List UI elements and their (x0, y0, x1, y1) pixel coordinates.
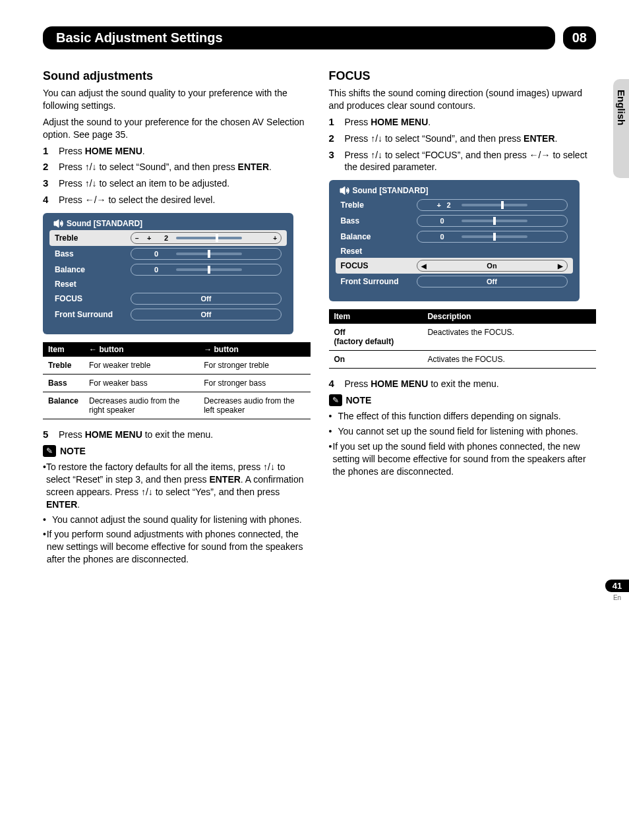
intro-text: You can adjust the sound quality to your… (43, 87, 311, 112)
section-heading: Sound adjustments (43, 69, 311, 83)
note-item: •If you set up the sound field with phon… (329, 440, 597, 478)
panel-title: Sound [STANDARD] (353, 186, 429, 195)
table-row: BassFor weaker bassFor stronger bass (43, 375, 311, 392)
step-item: 3Press ↑/↓ to select “FOCUS”, and then p… (329, 149, 597, 174)
panel-row-treble: Treble−+2+ (49, 230, 287, 246)
note-item: •You cannot set up the sound field for l… (329, 425, 597, 438)
arrow-left-icon: ◀ (421, 262, 427, 270)
arrow-up-down-icon: ↑/↓ (371, 133, 382, 144)
arrow-right-icon: → (204, 345, 212, 354)
note-heading: ✎NOTE (43, 445, 311, 457)
panel-row-reset: Reset (336, 245, 573, 258)
arrow-up-down-icon: ↑/↓ (85, 178, 97, 189)
osd-panel: Sound [STANDARD] Treble−+2+ Bass0 Balanc… (43, 213, 293, 334)
note-heading: ✎NOTE (329, 394, 597, 406)
note-item: •If you perform sound adjustments with p… (43, 528, 311, 566)
panel-title: Sound [STANDARD] (67, 219, 142, 228)
panel-row-treble: Treble+2 (336, 197, 573, 213)
panel-row-balance: Balance0 (336, 229, 573, 245)
pencil-icon: ✎ (329, 394, 342, 406)
panel-row-front-surround: Front SurroundOff (49, 307, 287, 322)
section-heading: FOCUS (329, 69, 597, 83)
arrow-up-down-icon: ↑/↓ (141, 487, 153, 497)
chapter-badge: 08 (563, 26, 596, 49)
page-footer: 41 En (605, 580, 629, 601)
panel-row-front-surround: Front SurroundOff (336, 274, 573, 289)
note-item: •To restore the factory defaults for all… (43, 461, 311, 511)
panel-row-focus: FOCUSOff (49, 291, 287, 307)
step-item: 2Press ↑/↓ to select “Sound”, and then p… (43, 161, 311, 173)
page-header: Basic Adjustment Settings 08 (43, 26, 596, 49)
step-item: 1Press HOME MENU. (43, 145, 311, 158)
panel-row-balance: Balance0 (49, 262, 287, 278)
right-column: FOCUS This shifts the sound coming direc… (329, 69, 597, 568)
focus-options-table: ItemDescription Off(factory default)Deac… (329, 309, 597, 369)
arrow-right-icon: ▶ (558, 262, 563, 270)
step-item: 4Press ←/→ to select the desired level. (43, 194, 311, 206)
pencil-icon: ✎ (43, 445, 56, 457)
intro-text: Adjust the sound to your preference for … (43, 116, 311, 141)
table-row: BalanceDecreases audio from the right sp… (43, 392, 311, 419)
arrow-up-down-icon: ↑/↓ (263, 462, 275, 472)
arrow-up-down-icon: ↑/↓ (371, 150, 382, 160)
speaker-icon (340, 186, 350, 195)
step-item: 5Press HOME MENU to exit the menu. (43, 429, 311, 441)
table-row: TrebleFor weaker trebleFor stronger treb… (43, 357, 311, 375)
step-item: 3Press ↑/↓ to select an item to be adjus… (43, 177, 311, 190)
arrow-left-icon: ← (89, 345, 97, 354)
page-number: 41 (605, 580, 629, 592)
speaker-icon (53, 219, 64, 228)
note-item: •You cannot adjust the sound quality for… (43, 514, 311, 526)
panel-row-reset: Reset (49, 278, 287, 291)
table-row: OnActivates the FOCUS. (329, 351, 597, 369)
arrow-left-right-icon: ←/→ (85, 195, 106, 205)
step-item: 2Press ↑/↓ to select “Sound”, and then p… (329, 133, 597, 145)
button-function-table: Item← button→ button TrebleFor weaker tr… (43, 342, 311, 419)
left-column: Sound adjustments You can adjust the sou… (43, 69, 311, 568)
language-tab-label: English (616, 90, 627, 125)
panel-row-bass: Bass0 (49, 246, 287, 262)
intro-text: This shifts the sound coming direction (… (329, 87, 597, 112)
language-tab: English (613, 79, 629, 178)
panel-row-focus: FOCUS◀On▶ (336, 258, 573, 274)
osd-panel: Sound [STANDARD] Treble+2 Bass0 Balance0… (329, 180, 580, 301)
step-item: 4Press HOME MENU to exit the menu. (329, 378, 597, 390)
page-lang: En (605, 594, 629, 601)
page-title: Basic Adjustment Settings (43, 26, 555, 49)
table-row: Off(factory default)Deactivates the FOCU… (329, 324, 597, 351)
step-item: 1Press HOME MENU. (329, 116, 597, 129)
panel-row-bass: Bass0 (336, 213, 573, 229)
arrow-left-right-icon: ←/→ (529, 150, 551, 160)
arrow-up-down-icon: ↑/↓ (85, 162, 97, 172)
note-item: •The effect of this function differs dep… (329, 410, 597, 423)
